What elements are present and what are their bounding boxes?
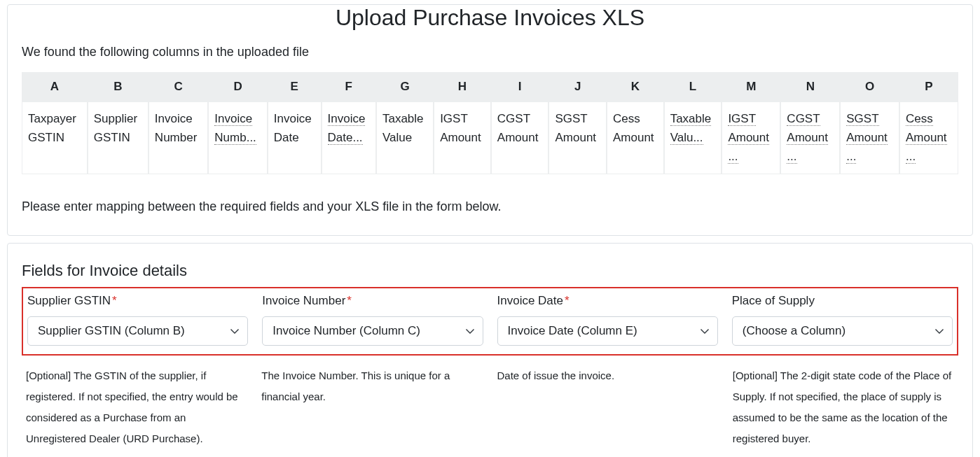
column-header: N	[780, 72, 840, 101]
chevron-down-icon	[701, 328, 709, 334]
mapping-instructions: Please enter mapping between the require…	[22, 199, 958, 214]
column-header: O	[840, 72, 899, 101]
invoice-details-card: Fields for Invoice details Supplier GSTI…	[7, 243, 973, 457]
column-cell: Invoice Date...	[322, 101, 376, 174]
dropdown-invoice-date[interactable]: Invoice Date (Column E)	[497, 316, 718, 346]
column-cell: IGST Amount ...	[722, 101, 780, 174]
column-header: A	[22, 72, 88, 101]
columns-table: ABCDEFGHIJKLMNOP Taxpayer GSTINSupplier …	[22, 72, 958, 174]
column-cell: Invoice Numb...	[208, 101, 268, 174]
truncated-label: SGST Amount ...	[846, 112, 888, 164]
section-title: Fields for Invoice details	[22, 262, 958, 280]
dropdown-value: Invoice Date (Column E)	[508, 324, 637, 338]
truncated-label: Cess Amount ...	[906, 112, 947, 164]
dropdown-value: Supplier GSTIN (Column B)	[38, 324, 185, 338]
field-label-invoice-number: Invoice Number*	[262, 294, 483, 308]
chevron-down-icon	[230, 328, 239, 334]
column-cell: Cess Amount	[607, 101, 664, 174]
required-marker: *	[565, 294, 570, 307]
column-cell: Cess Amount ...	[899, 101, 958, 174]
field-place-of-supply: Place of Supply (Choose a Column)	[732, 294, 953, 346]
truncated-label: CGST Amount ...	[787, 112, 828, 164]
label-text: Place of Supply	[732, 294, 815, 307]
required-marker: *	[112, 294, 117, 307]
column-header: D	[208, 72, 268, 101]
column-header: M	[722, 72, 780, 101]
page-title: Upload Purchase Invoices XLS	[22, 5, 958, 31]
column-cell: Supplier GSTIN	[88, 101, 149, 174]
truncated-label: IGST Amount ...	[728, 112, 769, 164]
dropdown-place-of-supply[interactable]: (Choose a Column)	[732, 316, 953, 346]
chevron-down-icon	[935, 328, 944, 334]
help-supplier-gstin: [Optional] The GSTIN of the supplier, if…	[26, 365, 247, 449]
column-cell: IGST Amount	[434, 101, 491, 174]
label-text: Invoice Date	[497, 294, 564, 307]
label-text: Invoice Number	[262, 294, 345, 307]
column-cell: Invoice Number	[149, 101, 208, 174]
columns-data-row: Taxpayer GSTINSupplier GSTINInvoice Numb…	[22, 101, 958, 174]
upload-card: Upload Purchase Invoices XLS We found th…	[7, 4, 973, 236]
column-header: L	[664, 72, 722, 101]
column-cell: SGST Amount	[548, 101, 607, 174]
dropdown-supplier-gstin[interactable]: Supplier GSTIN (Column B)	[27, 316, 248, 346]
field-supplier-gstin: Supplier GSTIN* Supplier GSTIN (Column B…	[27, 294, 248, 346]
column-header: I	[491, 72, 549, 101]
truncated-label: Taxable Valu...	[670, 112, 712, 145]
field-invoice-date: Invoice Date* Invoice Date (Column E)	[497, 294, 718, 346]
columns-header-row: ABCDEFGHIJKLMNOP	[22, 72, 958, 101]
truncated-label: Invoice Numb...	[214, 112, 256, 145]
column-header: G	[376, 72, 434, 101]
dropdown-value: (Choose a Column)	[743, 324, 846, 338]
column-header: E	[268, 72, 322, 101]
field-invoice-number: Invoice Number* Invoice Number (Column C…	[262, 294, 483, 346]
column-header: H	[434, 72, 491, 101]
fields-highlight: Supplier GSTIN* Supplier GSTIN (Column B…	[22, 287, 958, 356]
column-header: C	[149, 72, 208, 101]
column-cell: Invoice Date	[268, 101, 322, 174]
field-label-supplier-gstin: Supplier GSTIN*	[27, 294, 248, 308]
column-cell: CGST Amount	[491, 101, 549, 174]
help-invoice-number: The Invoice Number. This is unique for a…	[261, 365, 483, 449]
help-row: [Optional] The GSTIN of the supplier, if…	[26, 365, 954, 449]
column-cell: Taxable Valu...	[664, 101, 722, 174]
column-cell: CGST Amount ...	[780, 101, 840, 174]
column-cell: Taxable Value	[376, 101, 434, 174]
column-header: J	[548, 72, 607, 101]
column-header: P	[899, 72, 958, 101]
column-header: B	[88, 72, 149, 101]
required-marker: *	[347, 294, 352, 307]
field-label-place-of-supply: Place of Supply	[732, 294, 953, 308]
truncated-label: Invoice Date...	[328, 112, 366, 145]
column-cell: Taxpayer GSTIN	[22, 101, 88, 174]
columns-intro: We found the following columns in the up…	[22, 45, 958, 59]
field-label-invoice-date: Invoice Date*	[497, 294, 718, 308]
column-header: F	[322, 72, 376, 101]
dropdown-value: Invoice Number (Column C)	[272, 324, 420, 338]
column-header: K	[607, 72, 664, 101]
column-cell: SGST Amount ...	[840, 101, 899, 174]
help-place-of-supply: [Optional] The 2-digit state code of the…	[733, 365, 954, 449]
label-text: Supplier GSTIN	[27, 294, 111, 307]
chevron-down-icon	[466, 328, 474, 334]
help-invoice-date: Date of issue the invoice.	[497, 365, 719, 449]
dropdown-invoice-number[interactable]: Invoice Number (Column C)	[262, 316, 483, 346]
